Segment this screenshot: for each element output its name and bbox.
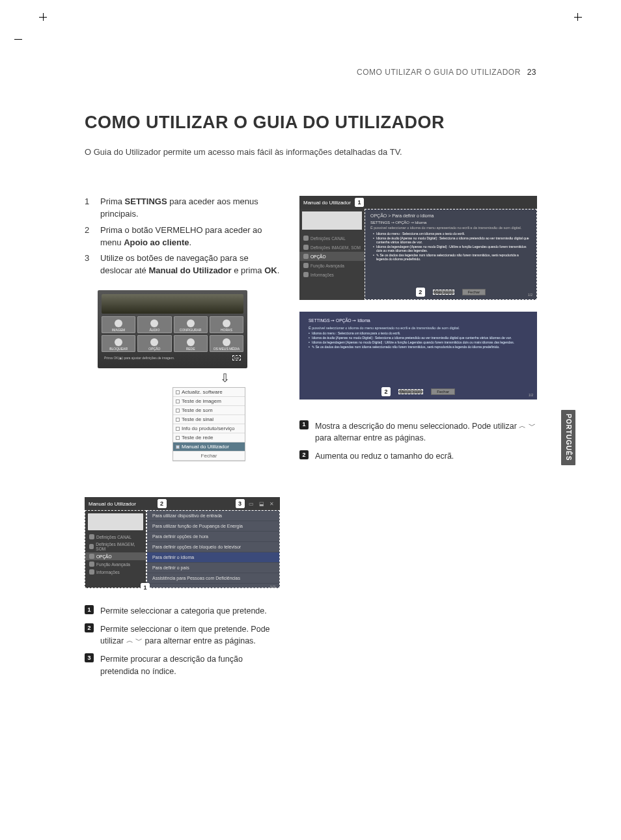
close-button: Fechar: [431, 388, 455, 395]
menu-tile: IMAGEM: [102, 316, 135, 333]
zoom-in-button: Mais zoom: [433, 290, 454, 295]
callout-text: Permite seleccionar o item que pretende.…: [100, 623, 280, 647]
chevron-down-icon: ﹀: [529, 421, 536, 431]
tv-footer-hint: Prima OK(◉) para ajustar definições de i…: [104, 356, 174, 360]
window-title: Manual do Utilizador: [89, 501, 136, 507]
step-text: Utilize os botões de navegação para se d…: [100, 252, 280, 277]
callout-badge: 1: [299, 420, 309, 429]
steps-list: 1 Prima SETTINGS para aceder aos menus p…: [85, 196, 280, 277]
pager: 1/2: [529, 393, 533, 397]
user-manual-zoomed-screenshot: SETTINGS ➙ OPÇÃO ➙ Idioma É possível sel…: [299, 312, 537, 400]
zoom-out-button: Menos zoom: [398, 389, 423, 394]
callout-text: Permite seleccionar a categoria que pret…: [100, 605, 280, 617]
window-title: Manual do Utilizador: [303, 200, 351, 206]
running-head: COMO UTILIZAR O GUIA DO UTILIZADOR 23: [85, 68, 536, 77]
category-sidebar: Definições CANAL Definições IMAGEM, SOM …: [85, 510, 146, 588]
page-number: 23: [527, 68, 536, 77]
step-number: 1: [85, 196, 91, 221]
callout-badge: 1: [85, 605, 94, 614]
menu-tile: BLOQUEAR: [102, 335, 135, 352]
left-column: 1 Prima SETTINGS para aceder aos menus p…: [85, 196, 280, 684]
description-text: É possível seleccionar o idioma do menu …: [370, 226, 531, 230]
right-column: Manual do Utilizador 1 Definições CANAL …: [299, 196, 537, 684]
user-manual-detail-screenshot: Manual do Utilizador 1 Definições CANAL …: [299, 196, 537, 300]
step-number: 2: [85, 224, 91, 249]
items-panel: Para utilizar dispositivo de entrada Par…: [146, 510, 280, 588]
language-side-tab: PORTUGUÊS: [561, 410, 575, 465]
step-text: Prima SETTINGS para aceder aos menus pri…: [100, 196, 280, 221]
callout-badge-1: 1: [141, 583, 150, 592]
callout-badge-2: 2: [416, 288, 425, 297]
callout-badge-3: 3: [236, 499, 245, 508]
tv-footer-exit: Sair: [232, 355, 241, 360]
intro-text: O Guia do Utilizador permite um acesso m…: [85, 147, 536, 157]
description-text: É possível seleccionar o idioma do menu …: [309, 326, 528, 330]
chevron-up-icon: ︿: [126, 636, 133, 646]
menu-tile: CONFIGURAR: [174, 316, 208, 333]
callout-badge: 3: [85, 653, 94, 662]
left-callouts: 1 Permite seleccionar a categoria que pr…: [85, 605, 280, 677]
support-dropdown-screenshot: Actualiz. software Teste de imagem Teste…: [172, 387, 245, 461]
right-callouts: 1 Mostra a descrição do menu seleccionad…: [299, 420, 537, 462]
breadcrumb-path: SETTINGS ➙ OPÇÃO ➙ Idioma: [309, 318, 528, 323]
menu-tile: OS MEUS MÉDIA: [210, 335, 243, 352]
chevron-down-icon: ﹀: [135, 636, 143, 646]
callout-text: Permite procurar a descrição da função p…: [100, 653, 280, 677]
pager: 1/2: [528, 293, 532, 297]
breadcrumb-path: SETTINGS ➙ OPÇÃO ➙ Idioma: [370, 220, 531, 224]
callout-badge-2: 2: [381, 387, 391, 396]
callout-badge: 2: [299, 450, 309, 459]
window-controls-icon: ▭ ⬓ ✕: [249, 501, 276, 507]
callout-text: Mostra a descrição do menu seleccionado.…: [315, 420, 537, 444]
callout-badge: 2: [85, 623, 94, 632]
breadcrumb: OPÇÃO > Para definir o idioma: [370, 213, 531, 218]
tv-main-menu-screenshot: IMAGEM ÁUDIO CONFIGURAR HORAS BLOQUEAR O…: [98, 290, 247, 368]
menu-tile: REDE: [174, 335, 208, 352]
user-manual-categories-screenshot: Manual do Utilizador 2 3 ▭ ⬓ ✕ Definiçõe…: [85, 497, 280, 588]
page: COMO UTILIZAR O GUIA DO UTILIZADOR 23 CO…: [46, 26, 575, 814]
callout-text: Aumenta ou reduz o tamanho do ecrã.: [315, 450, 537, 462]
down-arrow-icon: ⇩: [169, 371, 280, 385]
step-text: Prima o botão VERMELHO para aceder ao me…: [100, 224, 280, 249]
close-button: Fechar: [462, 289, 486, 295]
running-head-text: COMO UTILIZAR O GUIA DO UTILIZADOR: [357, 68, 521, 77]
page-title: COMO UTILIZAR O GUIA DO UTILIZADOR: [85, 113, 536, 133]
chevron-up-icon: ︿: [519, 421, 526, 431]
step-number: 3: [85, 252, 91, 277]
menu-tile: ÁUDIO: [137, 316, 171, 333]
menu-tile: HORAS: [210, 316, 243, 333]
menu-tile: OPÇÃO: [137, 335, 171, 352]
callout-badge-1: 1: [355, 198, 364, 207]
callout-badge-2: 2: [158, 499, 167, 508]
